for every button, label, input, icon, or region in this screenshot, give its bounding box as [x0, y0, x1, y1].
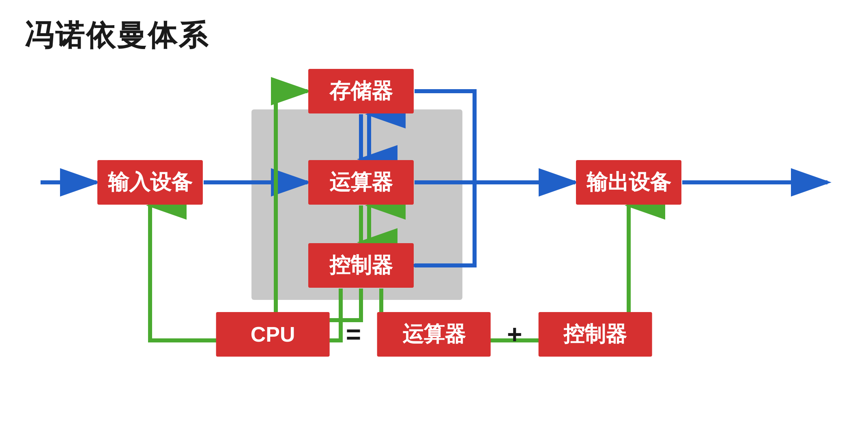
box-memory: 存储器 [308, 69, 414, 113]
box-input: 输入设备 [97, 160, 203, 205]
diagram-container: 存储器 输入设备 运算器 控制器 输出设备 CPU = 运算器 + 控制器 [24, 57, 844, 365]
box-output: 输出设备 [576, 160, 681, 205]
box-control: 控制器 [308, 243, 414, 288]
cpu-box: CPU [216, 312, 330, 357]
page-title: 冯诺依曼体系 [24, 16, 209, 55]
eq-alu-box: 运算器 [377, 312, 491, 357]
equals-symbol: = [346, 319, 361, 349]
box-alu: 运算器 [308, 160, 414, 205]
plus-symbol: + [507, 319, 522, 349]
eq-control-box: 控制器 [538, 312, 652, 357]
equation-row: CPU = 运算器 + 控制器 [216, 312, 652, 357]
